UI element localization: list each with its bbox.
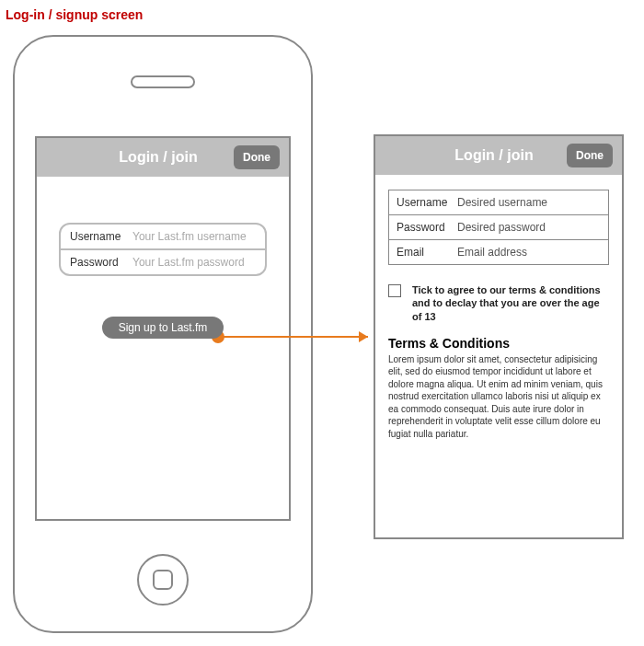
login-form: Username Your Last.fm username Password …: [59, 223, 267, 276]
signup-done-button[interactable]: Done: [567, 144, 613, 167]
signup-password-placeholder: Desired password: [457, 221, 546, 234]
signup-username-label: Username: [397, 196, 457, 209]
phone-speaker: [131, 75, 195, 88]
login-done-button[interactable]: Done: [234, 145, 280, 169]
login-username-label: Username: [70, 230, 132, 243]
phone-frame: Login / join Done Username Your Last.fm …: [13, 35, 313, 633]
signup-header: Login / join Done: [375, 136, 622, 175]
terms-checkbox-label: Tick to agree to our terms & conditions …: [412, 283, 609, 323]
login-header: Login / join Done: [37, 138, 289, 177]
login-password-placeholder: Your Last.fm password: [132, 256, 245, 269]
signup-password-field[interactable]: Password Desired password: [389, 214, 608, 239]
signup-password-label: Password: [397, 221, 457, 234]
terms-body: Lorem ipsum dolor sit amet, consectetur …: [388, 353, 609, 441]
login-header-title: Login / join: [46, 149, 234, 166]
terms-checkbox[interactable]: [388, 284, 401, 297]
signup-header-title: Login / join: [385, 147, 567, 164]
svg-marker-1: [359, 331, 368, 342]
phone-home-button[interactable]: [137, 554, 189, 606]
signup-username-placeholder: Desired username: [457, 196, 547, 209]
signup-button[interactable]: Sign up to Last.fm: [102, 317, 224, 339]
login-username-field[interactable]: Username Your Last.fm username: [61, 225, 265, 248]
signup-screen: Login / join Done Username Desired usern…: [374, 134, 624, 539]
login-password-label: Password: [70, 256, 132, 269]
login-screen: Login / join Done Username Your Last.fm …: [35, 136, 291, 521]
terms-heading: Terms & Conditions: [388, 336, 609, 351]
signup-email-field[interactable]: Email Email address: [389, 239, 608, 264]
phone-home-icon: [153, 570, 173, 590]
signup-email-placeholder: Email address: [457, 246, 527, 259]
login-username-placeholder: Your Last.fm username: [132, 230, 247, 243]
page-title: Log-in / signup screen: [0, 0, 644, 22]
login-password-field[interactable]: Password Your Last.fm password: [61, 248, 265, 274]
signup-username-field[interactable]: Username Desired username: [389, 190, 608, 214]
terms-checkbox-row: Tick to agree to our terms & conditions …: [388, 283, 609, 323]
signup-form: Username Desired username Password Desir…: [388, 190, 609, 265]
terms-section: Terms & Conditions Lorem ipsum dolor sit…: [388, 336, 609, 441]
signup-email-label: Email: [397, 246, 457, 259]
